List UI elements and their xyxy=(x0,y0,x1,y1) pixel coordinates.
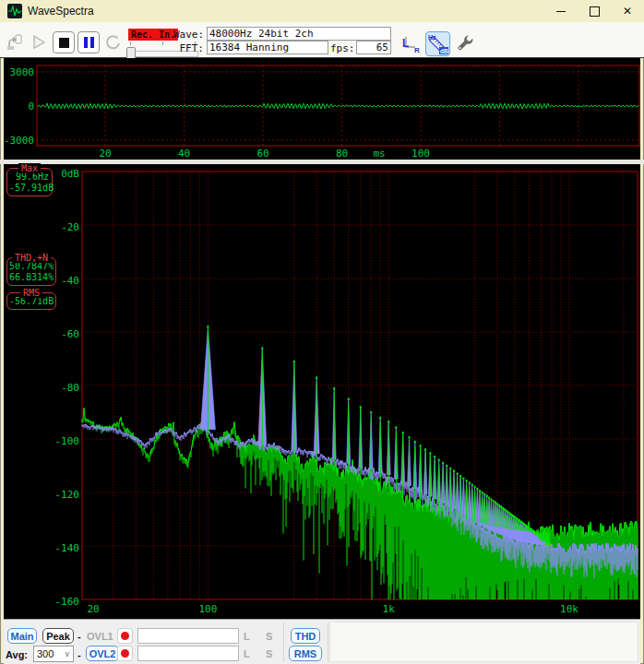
waveform-pane: 30000-300020406080100ms xyxy=(4,58,640,160)
overlay2-input[interactable] xyxy=(137,646,239,661)
svg-text:-120: -120 xyxy=(55,489,80,501)
svg-text:1k: 1k xyxy=(383,603,396,615)
overlay1-save-button[interactable]: S xyxy=(266,631,272,642)
svg-text:0dB: 0dB xyxy=(61,168,79,180)
settings-wrench-icon xyxy=(455,33,475,53)
wavespectra-window: { "window": { "title": "WaveSpectra", "c… xyxy=(0,0,644,664)
hz-db-scale-icon: Hz dB xyxy=(426,32,449,55)
rms-button[interactable]: RMS xyxy=(289,646,322,661)
rec-in-status: Rec. In. xyxy=(128,29,178,41)
wavespectra-app-icon xyxy=(7,4,22,18)
thd-meter: THD,+N 50.7847% 66.8314% xyxy=(6,257,56,286)
channel-lr-icon: L R xyxy=(399,33,423,55)
window-title: WaveSpectra xyxy=(28,5,94,18)
record-dot-icon xyxy=(121,632,129,640)
thd-meter-value-r: 66.8314% xyxy=(9,272,53,283)
divider xyxy=(283,622,284,662)
svg-text:dB: dB xyxy=(440,48,448,54)
avg-select[interactable]: 300 ∨ xyxy=(33,646,74,662)
main-button[interactable]: Main xyxy=(7,628,37,644)
open-file-icon xyxy=(5,32,25,53)
wave-field[interactable]: 48000Hz 24bit 2ch xyxy=(207,27,391,41)
channel-lr-button[interactable]: L R xyxy=(399,33,423,55)
ovl1-toggle[interactable]: OVL1 xyxy=(87,631,113,642)
play-icon xyxy=(29,32,49,53)
thd-meter-title: THD,+N xyxy=(12,253,51,263)
svg-text:-3000: -3000 xyxy=(4,135,34,147)
fps-label: fps: xyxy=(330,42,354,54)
dash-separator: - xyxy=(78,649,81,660)
minimize-icon xyxy=(556,11,566,12)
slider-tick xyxy=(162,42,163,45)
svg-text:100: 100 xyxy=(198,603,217,615)
stop-icon xyxy=(59,38,69,48)
svg-text:20: 20 xyxy=(99,148,111,160)
toolbar: Rec. In. Wave: 48000Hz 24bit 2ch FFT: 16… xyxy=(0,22,644,58)
svg-text:-140: -140 xyxy=(55,542,80,554)
overlay2-save-button[interactable]: S xyxy=(266,648,272,659)
close-icon: ✕ xyxy=(623,5,632,18)
rms-meter: RMS -56.71dB xyxy=(6,292,56,310)
avg-label: Avg: xyxy=(6,649,28,660)
close-button[interactable]: ✕ xyxy=(611,0,644,22)
svg-text:-60: -60 xyxy=(61,328,79,340)
wave-label: Wave: xyxy=(173,29,204,41)
max-meter: Max 99.6Hz -57.91dB xyxy=(6,168,53,196)
svg-text:-40: -40 xyxy=(61,275,79,287)
settings-wrench-button[interactable] xyxy=(454,32,476,54)
loop-icon xyxy=(102,32,123,53)
hz-db-scale-button[interactable]: Hz dB xyxy=(425,31,450,56)
maximize-button[interactable] xyxy=(578,0,611,22)
svg-text:10k: 10k xyxy=(560,603,578,615)
svg-text:L: L xyxy=(402,37,409,50)
svg-text:3000: 3000 xyxy=(10,66,35,78)
bottom-control-bar: Main Peak - OVL1 L S THD Avg: 300 ∨ - OV… xyxy=(4,619,640,664)
max-meter-title: Max xyxy=(18,163,41,173)
svg-text:-100: -100 xyxy=(55,435,80,447)
dash-separator: - xyxy=(78,631,81,642)
svg-text:0: 0 xyxy=(28,101,34,113)
overlay1-load-button[interactable]: L xyxy=(244,631,250,642)
record-dot-icon xyxy=(121,649,129,658)
stop-button[interactable] xyxy=(53,31,75,53)
peak-button[interactable]: Peak xyxy=(42,628,74,644)
overlay2-load-button[interactable]: L xyxy=(244,648,250,659)
svg-text:-20: -20 xyxy=(61,221,79,233)
overlay1-input[interactable] xyxy=(137,628,239,644)
play-button[interactable] xyxy=(29,32,49,53)
svg-text:Hz: Hz xyxy=(428,34,436,41)
divider xyxy=(328,622,328,662)
waveform-display: 30000-300020406080100ms xyxy=(4,58,640,160)
spectrum-pane: 0dB-20-40-60-80-100-120-140-160201001k10… xyxy=(4,164,640,619)
svg-text:20: 20 xyxy=(87,603,99,615)
minimize-button[interactable] xyxy=(544,0,578,22)
svg-text:80: 80 xyxy=(336,148,348,160)
max-meter-level: -57.91dB xyxy=(9,183,49,194)
svg-text:40: 40 xyxy=(178,148,190,160)
avg-value: 300 xyxy=(37,648,54,659)
pause-button[interactable] xyxy=(78,31,100,53)
fps-field[interactable]: 65 xyxy=(356,41,391,54)
ovl2-toggle[interactable]: OVL2 xyxy=(86,646,119,661)
slider-tick xyxy=(130,42,131,45)
title-bar: WaveSpectra ✕ xyxy=(0,0,644,22)
empty-panel xyxy=(329,622,638,662)
svg-text:-160: -160 xyxy=(55,596,80,608)
open-file-button[interactable] xyxy=(5,32,25,53)
svg-text:-80: -80 xyxy=(61,382,79,394)
svg-text:60: 60 xyxy=(256,148,268,160)
loop-button[interactable] xyxy=(102,32,123,53)
spectrum-display: 0dB-20-40-60-80-100-120-140-160201001k10… xyxy=(4,164,640,619)
rms-meter-title: RMS xyxy=(20,288,42,298)
pause-icon xyxy=(84,37,94,48)
svg-text:ms: ms xyxy=(373,148,385,160)
ovl1-record-button[interactable] xyxy=(117,628,133,644)
svg-text:R: R xyxy=(414,46,420,54)
thd-button[interactable]: THD xyxy=(291,628,320,644)
svg-text:100: 100 xyxy=(411,148,430,160)
maximize-icon xyxy=(590,6,600,17)
chevron-down-icon: ∨ xyxy=(64,649,70,658)
fft-label: FFT: xyxy=(173,42,204,54)
ovl2-record-button[interactable] xyxy=(117,646,133,661)
fft-field[interactable]: 16384 Hanning xyxy=(207,41,328,54)
